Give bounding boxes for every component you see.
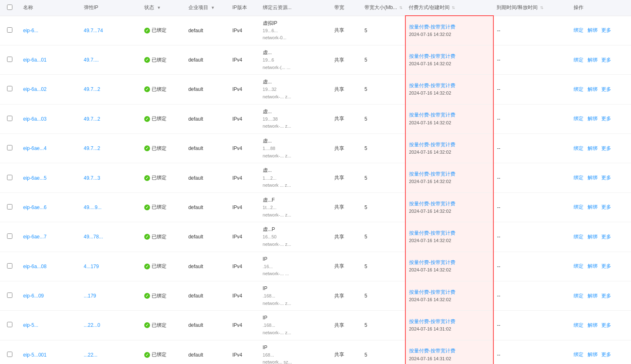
eip-name-link[interactable]: eip-6a...02 xyxy=(23,86,47,92)
row-checkbox[interactable] xyxy=(7,27,12,33)
row-checkbox[interactable] xyxy=(7,233,12,239)
action-more[interactable]: 更多 xyxy=(601,352,611,357)
eip-address-link[interactable]: ...179 xyxy=(84,293,96,299)
action-unbind[interactable]: 解绑 xyxy=(588,234,598,240)
row-checkbox[interactable] xyxy=(7,175,12,180)
action-more[interactable]: 更多 xyxy=(601,322,611,328)
action-unbind[interactable]: 解绑 xyxy=(588,352,598,357)
bandsize-sort-icon[interactable]: ⇅ xyxy=(399,5,402,10)
action-unbind[interactable]: 解绑 xyxy=(588,57,598,63)
eip-name-link[interactable]: eip-6a...03 xyxy=(23,116,47,122)
bind-network[interactable]: network ... z... xyxy=(263,182,328,189)
pay-sort-icon[interactable]: ⇅ xyxy=(452,5,455,10)
bind-network[interactable]: network-0... xyxy=(263,34,328,42)
row-checkbox[interactable] xyxy=(7,263,12,269)
eip-name-link[interactable]: eip-5... xyxy=(23,322,38,328)
header-bandsize[interactable]: 带宽大小(Mb... ⇅ xyxy=(361,0,405,16)
action-bind[interactable]: 绑定 xyxy=(574,263,583,269)
expire-sort-icon[interactable]: ⇅ xyxy=(540,5,543,10)
action-bind[interactable]: 绑定 xyxy=(574,116,583,121)
action-bind[interactable]: 绑定 xyxy=(574,145,583,151)
action-unbind[interactable]: 解绑 xyxy=(588,322,598,328)
bind-network[interactable]: network-... z... xyxy=(263,300,328,307)
bind-network[interactable]: network... sz... xyxy=(263,359,328,364)
eip-name-link[interactable]: eip-6a...08 xyxy=(23,264,47,269)
bind-network[interactable]: network-... z... xyxy=(263,212,328,219)
action-bind[interactable]: 绑定 xyxy=(574,204,583,210)
eip-name-link[interactable]: eip-6a...01 xyxy=(23,57,47,63)
bind-network[interactable]: network-(... ... xyxy=(263,64,328,71)
eip-address-link[interactable]: 49.7...3 xyxy=(84,175,100,181)
action-bind[interactable]: 绑定 xyxy=(574,293,583,299)
eip-address-link[interactable]: 4...179 xyxy=(84,264,99,269)
eip-address-link[interactable]: 49.7...2 xyxy=(84,86,100,92)
eip-name-link[interactable]: eip-6ae...4 xyxy=(23,145,47,151)
action-more[interactable]: 更多 xyxy=(601,116,611,121)
action-more[interactable]: 更多 xyxy=(601,57,611,63)
row-checkbox[interactable] xyxy=(7,116,12,121)
eip-address-link[interactable]: 49.7...74 xyxy=(84,28,103,33)
row-checkbox[interactable] xyxy=(7,204,12,209)
row-bind: 虚...F 1t...2... network-... z... xyxy=(260,193,331,222)
bind-network[interactable]: network-... ... xyxy=(263,270,328,278)
action-unbind[interactable]: 解绑 xyxy=(588,263,598,269)
status-filter-icon[interactable]: ▼ xyxy=(157,5,161,10)
row-project: default xyxy=(185,222,229,252)
row-checkbox[interactable] xyxy=(7,293,12,298)
eip-address-link[interactable]: 49.7.... xyxy=(84,57,99,63)
eip-address-link[interactable]: 49....9... xyxy=(84,205,102,210)
action-more[interactable]: 更多 xyxy=(601,175,611,181)
action-unbind[interactable]: 解绑 xyxy=(588,86,598,92)
eip-name-link[interactable]: eip-5...001 xyxy=(23,352,47,358)
action-unbind[interactable]: 解绑 xyxy=(588,145,598,151)
eip-address-link[interactable]: ...22... xyxy=(84,352,98,358)
header-expire[interactable]: 到期时间/释放时间 ⇅ xyxy=(493,0,571,16)
action-bind[interactable]: 绑定 xyxy=(574,352,583,357)
action-unbind[interactable]: 解绑 xyxy=(588,175,598,181)
eip-name-link[interactable]: eip-6ae...5 xyxy=(23,175,47,181)
header-status[interactable]: 状态 ▼ xyxy=(141,0,185,16)
eip-address-link[interactable]: 49.7...2 xyxy=(84,116,100,122)
select-all-checkbox[interactable] xyxy=(7,5,12,10)
bind-network[interactable]: network-... z... xyxy=(263,93,328,101)
project-filter-icon[interactable]: ▼ xyxy=(211,5,215,10)
action-bind[interactable]: 绑定 xyxy=(574,86,583,92)
action-more[interactable]: 更多 xyxy=(601,145,611,151)
bind-network[interactable]: network-... z... xyxy=(263,241,328,248)
eip-name-link[interactable]: eip-6... xyxy=(23,28,38,33)
action-bind[interactable]: 绑定 xyxy=(574,322,583,328)
eip-name-link[interactable]: eip-6ae...7 xyxy=(23,234,47,240)
action-more[interactable]: 更多 xyxy=(601,293,611,299)
action-more[interactable]: 更多 xyxy=(601,263,611,269)
row-expire: -- xyxy=(493,193,571,222)
action-more[interactable]: 更多 xyxy=(601,204,611,210)
eip-address-link[interactable]: ...22...0 xyxy=(84,322,100,328)
row-checkbox[interactable] xyxy=(7,145,12,150)
row-checkbox[interactable] xyxy=(7,352,12,357)
bind-network[interactable]: network-... z... xyxy=(263,152,328,160)
action-more[interactable]: 更多 xyxy=(601,86,611,92)
row-checkbox[interactable] xyxy=(7,322,12,327)
action-more[interactable]: 更多 xyxy=(601,234,611,240)
action-unbind[interactable]: 解绑 xyxy=(588,293,598,299)
row-checkbox[interactable] xyxy=(7,57,12,62)
action-unbind[interactable]: 解绑 xyxy=(588,116,598,121)
action-unbind[interactable]: 解绑 xyxy=(588,204,598,210)
eip-name-link[interactable]: eip-6...09 xyxy=(23,293,44,299)
eip-name-link[interactable]: eip-6ae...6 xyxy=(23,205,47,210)
eip-address-link[interactable]: 49.7...2 xyxy=(84,145,100,151)
action-unbind[interactable]: 解绑 xyxy=(588,27,598,33)
action-bind[interactable]: 绑定 xyxy=(574,234,583,240)
eip-address-link[interactable]: 49...78... xyxy=(84,234,103,240)
action-bind[interactable]: 绑定 xyxy=(574,175,583,181)
header-project[interactable]: 企业项目 ▼ xyxy=(185,0,229,16)
row-bandsize: 5 xyxy=(361,252,405,281)
action-more[interactable]: 更多 xyxy=(601,27,611,33)
row-band: 共享 xyxy=(331,163,361,193)
bind-network[interactable]: network-... z... xyxy=(263,123,328,130)
row-checkbox[interactable] xyxy=(7,86,12,91)
bind-network[interactable]: network-... z... xyxy=(263,329,328,337)
action-bind[interactable]: 绑定 xyxy=(574,27,583,33)
action-bind[interactable]: 绑定 xyxy=(574,57,583,63)
header-pay[interactable]: 付费方式/创建时间 ⇅ xyxy=(405,0,493,16)
